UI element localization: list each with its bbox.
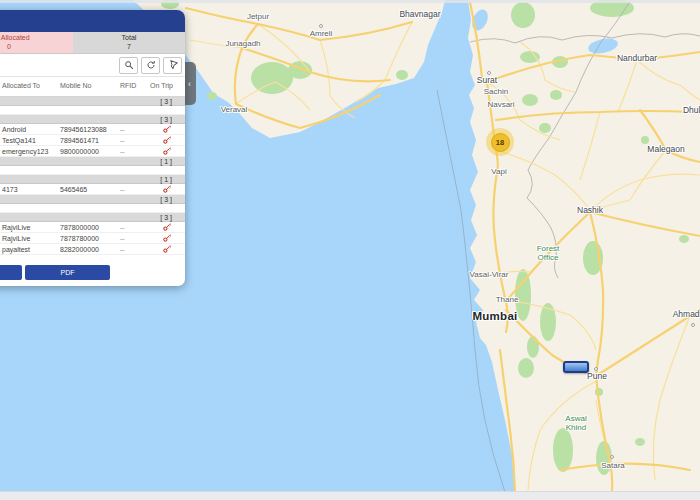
panel-footer: PDF xyxy=(0,259,185,286)
table-header-row: Allocated To Mobile No RFID On Trip xyxy=(0,77,185,97)
key-icon xyxy=(163,223,171,231)
pdf-button[interactable]: PDF xyxy=(25,265,110,280)
table-body: [ 3 ][ 3 ]Android789456123088--TestQa141… xyxy=(0,97,185,259)
table-row[interactable]: Android789456123088-- xyxy=(0,124,185,135)
group-row[interactable]: [ 3 ] xyxy=(0,195,185,204)
cell-allocated-to: RajviLive xyxy=(2,235,30,242)
table-row[interactable]: RajviLive7878000000-- xyxy=(0,222,185,233)
on-trip-key-button[interactable] xyxy=(163,245,171,254)
cell-allocated-to: emergency123 xyxy=(2,148,48,155)
key-icon xyxy=(163,136,171,144)
group-spacer-row xyxy=(0,204,185,213)
tab-total-count: 7 xyxy=(127,43,131,52)
key-icon xyxy=(163,147,171,155)
group-row[interactable]: [ 1 ] xyxy=(0,175,185,184)
on-trip-key-button[interactable] xyxy=(163,234,171,243)
cell-mobile-no: 7894561471 xyxy=(60,137,99,144)
cluster-count: 18 xyxy=(491,133,510,152)
group-row[interactable]: [ 3 ] xyxy=(0,115,185,124)
col-allocated-to: Allocated To xyxy=(2,82,40,89)
group-row[interactable]: [ 1 ] xyxy=(0,157,185,166)
cell-mobile-no: 8282000000 xyxy=(60,246,99,253)
tab-not-allocated[interactable]: Not Allocated 0 xyxy=(0,32,73,53)
cell-mobile-no: 7878000000 xyxy=(60,224,99,231)
cell-mobile-no: 9800000000 xyxy=(60,148,99,155)
cell-rfid: -- xyxy=(120,186,125,193)
table-row[interactable]: emergency1239800000000-- xyxy=(0,146,185,157)
cell-rfid: -- xyxy=(120,246,125,253)
cell-mobile-no: 5465465 xyxy=(60,186,87,193)
cell-rfid: -- xyxy=(120,126,125,133)
chevron-left-icon: ‹ xyxy=(188,79,191,89)
cell-rfid: -- xyxy=(120,137,125,144)
panel-tabs: Not Allocated 0 Total 7 xyxy=(0,32,185,54)
cell-rfid: -- xyxy=(120,148,125,155)
top-edge xyxy=(0,0,700,3)
col-rfid: RFID xyxy=(120,82,136,89)
group-spacer-row xyxy=(0,106,185,115)
refresh-button[interactable] xyxy=(141,57,160,74)
tab-not-allocated-label: Not Allocated xyxy=(0,34,30,43)
cell-allocated-to: Android xyxy=(2,126,26,133)
table-row[interactable]: TestQa1417894561471-- xyxy=(0,135,185,146)
allocation-panel: Not Allocated 0 Total 7 Allocate xyxy=(0,10,185,286)
on-trip-key-button[interactable] xyxy=(163,185,171,194)
table-row[interactable]: RajviLive7878780000-- xyxy=(0,233,185,244)
cell-allocated-to: 4173 xyxy=(2,186,18,193)
on-trip-key-button[interactable] xyxy=(163,223,171,232)
cell-allocated-to: TestQa141 xyxy=(2,137,36,144)
vehicle-marker[interactable] xyxy=(563,361,589,373)
panel-toolbar xyxy=(0,54,185,77)
on-trip-key-button[interactable] xyxy=(163,136,171,145)
tab-total[interactable]: Total 7 xyxy=(73,32,185,53)
key-icon xyxy=(163,185,171,193)
cell-rfid: -- xyxy=(120,224,125,231)
key-icon xyxy=(163,245,171,253)
col-on-trip: On Trip xyxy=(150,82,173,89)
col-mobile-no: Mobile No xyxy=(60,82,92,89)
group-row[interactable]: [ 3 ] xyxy=(0,97,185,106)
key-icon xyxy=(163,234,171,242)
search-button[interactable] xyxy=(119,57,138,74)
cell-mobile-no: 7878780000 xyxy=(60,235,99,242)
cluster-marker[interactable]: 18 xyxy=(486,128,514,156)
cell-mobile-no: 789456123088 xyxy=(60,126,107,133)
page-bottom-strip xyxy=(0,491,700,500)
cell-allocated-to: payaltest xyxy=(2,246,30,253)
refresh-icon xyxy=(146,60,156,70)
table-row[interactable]: payaltest8282000000-- xyxy=(0,244,185,255)
panel-header-bar xyxy=(0,10,185,32)
key-icon xyxy=(163,125,171,133)
group-spacer-row xyxy=(0,166,185,175)
tab-total-label: Total xyxy=(122,34,137,43)
group-row[interactable]: [ 3 ] xyxy=(0,213,185,222)
export-button-partial[interactable] xyxy=(0,265,22,280)
cell-allocated-to: RajviLive xyxy=(2,224,30,231)
on-trip-key-button[interactable] xyxy=(163,125,171,134)
on-trip-key-button[interactable] xyxy=(163,147,171,156)
cell-rfid: -- xyxy=(120,235,125,242)
filter-button[interactable] xyxy=(163,57,182,74)
tab-not-allocated-count: 0 xyxy=(7,43,11,52)
filter-icon xyxy=(166,59,179,72)
table-row[interactable]: 41735465465-- xyxy=(0,184,185,195)
search-icon xyxy=(124,60,134,70)
